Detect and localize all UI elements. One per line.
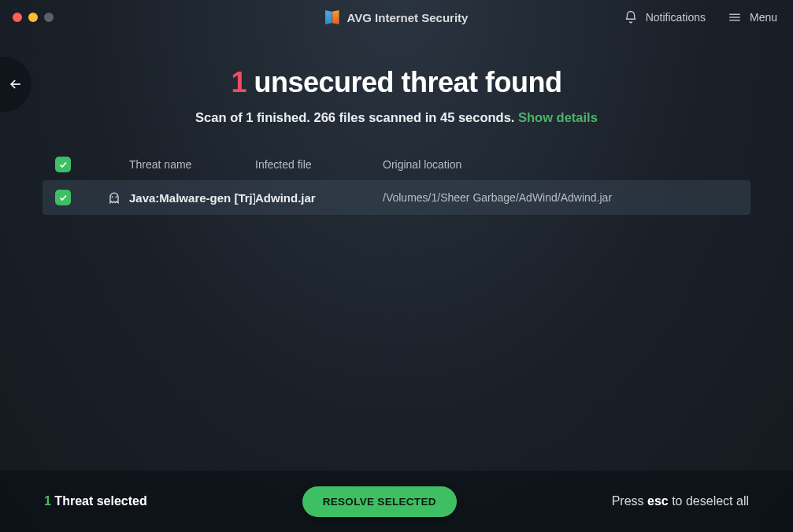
selection-status: 1 Threat selected xyxy=(44,494,147,508)
headline-text: unsecured threat found xyxy=(254,66,562,98)
threat-count: 1 xyxy=(231,66,246,98)
selected-count: 1 xyxy=(44,494,51,508)
selected-label: Threat selected xyxy=(54,494,146,508)
show-details-link[interactable]: Show details xyxy=(518,110,598,124)
check-icon xyxy=(58,160,68,169)
resolve-selected-button[interactable]: RESOLVE SELECTED xyxy=(302,486,457,517)
row-infected-file: Adwind.jar xyxy=(255,191,383,205)
avg-logo-icon xyxy=(325,10,339,24)
close-window-button[interactable] xyxy=(13,13,22,22)
menu-button[interactable]: Menu xyxy=(728,10,777,24)
fullscreen-window-button[interactable] xyxy=(44,13,54,22)
header-infected-file: Infected file xyxy=(255,158,383,171)
threats-table: Threat name Infected file Original locat… xyxy=(43,149,750,215)
select-all-checkbox[interactable] xyxy=(55,157,71,172)
deselect-hint: Press esc to deselect all xyxy=(612,494,749,508)
table-row[interactable]: Java:Malware-gen [Trj] Adwind.jar /Volum… xyxy=(43,180,750,215)
notifications-button[interactable]: Notifications xyxy=(624,10,706,24)
header-threat-name: Threat name xyxy=(129,158,255,171)
table-header: Threat name Infected file Original locat… xyxy=(43,149,750,180)
check-icon xyxy=(58,193,68,202)
app-title: AVG Internet Security xyxy=(325,10,469,24)
footer: 1 Threat selected RESOLVE SELECTED Press… xyxy=(0,471,793,532)
arrow-left-icon xyxy=(8,76,24,92)
minimize-window-button[interactable] xyxy=(28,13,38,22)
scan-summary: Scan of 1 finished. 266 files scanned in… xyxy=(0,110,793,125)
main-content: 1 unsecured threat found Scan of 1 finis… xyxy=(0,35,793,215)
app-title-text: AVG Internet Security xyxy=(347,11,469,24)
scan-summary-text: Scan of 1 finished. 266 files scanned in… xyxy=(195,110,518,124)
hint-key: esc xyxy=(647,494,669,508)
hint-suffix: to deselect all xyxy=(669,494,749,508)
row-original-location: /Volumes/1/Sheer Garbage/AdWind/Adwind.j… xyxy=(383,191,739,204)
menu-label: Menu xyxy=(750,11,777,24)
hamburger-icon xyxy=(728,10,742,24)
notifications-label: Notifications xyxy=(646,11,706,24)
bell-icon xyxy=(624,10,638,24)
row-threat-name: Java:Malware-gen [Trj] xyxy=(129,191,255,205)
hint-prefix: Press xyxy=(612,494,647,508)
headline: 1 unsecured threat found xyxy=(0,66,793,99)
ghost-icon xyxy=(106,190,122,205)
row-checkbox[interactable] xyxy=(55,190,71,205)
svg-point-4 xyxy=(116,196,117,198)
titlebar: AVG Internet Security Notifications Menu xyxy=(0,0,793,35)
header-original-location: Original location xyxy=(383,158,739,171)
svg-point-3 xyxy=(112,196,113,198)
window-controls xyxy=(13,13,54,22)
